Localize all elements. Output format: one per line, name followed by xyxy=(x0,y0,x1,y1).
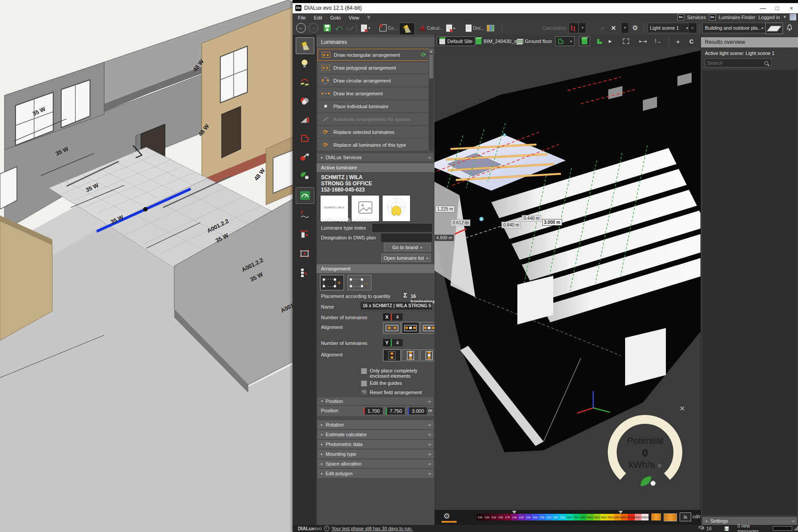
align-x-center-button[interactable] xyxy=(402,322,419,334)
arrangement-mode-spacing-button[interactable]: ↔ xyxy=(348,275,372,290)
colour-swatch[interactable] xyxy=(651,513,661,520)
pin-icon[interactable]: ⇥ xyxy=(427,452,431,457)
sidebar-lamp-tool[interactable] xyxy=(296,56,313,72)
cad-model-view[interactable] xyxy=(0,0,301,532)
save-button[interactable] xyxy=(324,23,331,33)
count-y-stepper[interactable]: Y 4 xyxy=(383,339,403,346)
scroll-up-icon[interactable]: ▲ xyxy=(429,49,434,54)
tool-item-circle-2[interactable]: Draw circular arrangement xyxy=(317,74,429,86)
menu-item-goto[interactable]: Goto xyxy=(326,14,345,21)
scale-max-handle[interactable] xyxy=(618,511,623,514)
pin-icon[interactable]: ⇥ xyxy=(427,462,431,466)
mode-select[interactable]: Building and outdoor pla...▾ xyxy=(702,23,766,33)
close-button[interactable]: × xyxy=(785,4,798,12)
view-preset-dropdown[interactable]: ▾ xyxy=(555,36,575,46)
confirm-check-button[interactable]: ✓ xyxy=(600,23,606,33)
undo-button[interactable]: ⤺ xyxy=(335,23,343,33)
menu-item-file[interactable]: File xyxy=(294,14,310,21)
sidebar-tools-tool[interactable] xyxy=(296,149,313,165)
more-views-button[interactable]: ▶ xyxy=(606,36,614,46)
tab-ground-floor[interactable]: Ground floor xyxy=(514,36,554,46)
trial-link[interactable]: Your test phase still has 30 days to run… xyxy=(332,526,413,531)
position-x-field[interactable]: 1.700 xyxy=(364,407,383,415)
pin-icon[interactable]: ⇥ xyxy=(427,422,431,427)
back-button[interactable]: ← xyxy=(296,23,306,33)
tool-item-replace-6[interactable]: ⟳Replace selected luminaires xyxy=(317,126,429,138)
reset-arrangement-button[interactable]: ⟲ xyxy=(360,388,368,396)
go-to-brand-button[interactable]: Go to brand▸ xyxy=(384,243,431,251)
viewport-3d[interactable]: Default Site BIM_240430_a Ground floor ▾ xyxy=(434,35,700,525)
section-estimate-calculator[interactable]: ▸Estimate calculator⇥ xyxy=(317,430,434,439)
tool-item-poly-1[interactable]: Draw polygonal arrangement xyxy=(317,62,429,74)
calculation-dropdown[interactable]: ▾ xyxy=(579,23,586,33)
messages-label[interactable]: 0 new messages xyxy=(737,523,771,532)
pan-button[interactable]: + xyxy=(674,36,682,46)
cancel-dropdown[interactable]: ▾ xyxy=(622,23,628,33)
pin-icon[interactable]: ⇥ xyxy=(427,399,431,404)
light-tool-button[interactable] xyxy=(399,23,415,35)
user-avatar[interactable] xyxy=(790,14,796,20)
section-mounting-type[interactable]: ▸Mounting type⇥ xyxy=(317,450,434,458)
view-3d-button[interactable] xyxy=(579,36,590,46)
section-edit-polygon[interactable]: ▸Edit polygon⇥ xyxy=(317,469,434,478)
tool-item-replace-7[interactable]: ⟳Replace all luminaires of this type xyxy=(317,139,429,151)
orbit-button[interactable]: C xyxy=(687,36,696,46)
luminaire-type-index-input[interactable] xyxy=(372,224,432,232)
align-y-center-button[interactable] xyxy=(402,349,419,361)
cancel-x-button[interactable]: ✕ xyxy=(611,23,616,33)
light-scene-select[interactable]: Light scene 1▾ xyxy=(647,23,691,33)
unit-cd-label[interactable]: cd/m² xyxy=(692,514,700,519)
table-view-button[interactable] xyxy=(487,23,494,33)
sidebar-frame-tool[interactable] xyxy=(296,246,313,262)
menu-item-edit[interactable]: Edit xyxy=(310,14,326,21)
minimize-button[interactable]: — xyxy=(756,4,770,12)
edit-document-button[interactable]: ▾ xyxy=(361,23,370,33)
position-section-header[interactable]: ▾ Position ⇥ xyxy=(317,397,434,405)
scale-min-handle[interactable] xyxy=(512,511,516,514)
menu-item-help[interactable]: ? xyxy=(363,14,374,21)
arrangement-name-input[interactable]: 16 x SCHMITZ | WILA STRONG 55 xyxy=(361,302,432,309)
notifications-bell-button[interactable] xyxy=(786,23,793,33)
dialux-services-section[interactable]: ▸ DIALux Services ⇥ xyxy=(317,153,434,161)
tools-scrollbar[interactable]: ▲ xyxy=(429,49,434,151)
scrollbar-thumb[interactable] xyxy=(429,55,433,78)
pin-icon[interactable]: ⇥ xyxy=(791,519,794,524)
menu-item-view[interactable]: View xyxy=(345,14,364,21)
visualisation-button[interactable] xyxy=(765,23,783,34)
save-status-icon[interactable] xyxy=(724,526,729,531)
luminaire-finder-link[interactable]: Luminaire Finder xyxy=(719,15,755,20)
position-y-field[interactable]: 7.750 xyxy=(386,407,405,415)
tab-default-site[interactable]: Default Site xyxy=(437,36,475,46)
sidebar-column-tool[interactable] xyxy=(296,226,313,242)
scale-settings-gear-icon[interactable]: ⚙ xyxy=(443,512,450,521)
gauge-menu-icon[interactable]: ≡ xyxy=(657,462,661,469)
measure-button[interactable]: ⇤⇥ xyxy=(637,36,648,46)
position-z-field[interactable]: 3.000 xyxy=(408,407,427,415)
sidebar-light-tool[interactable] xyxy=(296,37,314,54)
redo-button[interactable]: ⤻ xyxy=(346,23,354,33)
services-link[interactable]: Services xyxy=(687,15,706,20)
pin-icon[interactable]: ⇥ xyxy=(427,155,431,160)
pin-icon[interactable]: ⇥ xyxy=(427,471,431,476)
sidebar-calc-objects-tool[interactable] xyxy=(296,74,313,90)
section-rotation[interactable]: ▸Rotation⇥ xyxy=(317,420,434,429)
calculation-meter-icon[interactable] xyxy=(569,23,579,33)
pin-icon[interactable]: ⇥ xyxy=(427,432,431,437)
edit-guides-checkbox[interactable] xyxy=(361,380,367,387)
zoom-fit-button[interactable] xyxy=(621,36,631,46)
settings-gear-button[interactable]: ⚙ xyxy=(632,23,638,33)
view-plan-button[interactable] xyxy=(594,36,605,46)
search-input[interactable] xyxy=(705,60,764,66)
sidebar-room-tool[interactable] xyxy=(296,130,313,146)
refresh-icon[interactable]: ⟳ xyxy=(421,51,426,58)
export-button[interactable]: ▸ xyxy=(446,23,455,33)
pin-icon[interactable]: ⇥ xyxy=(427,442,431,447)
arrangement-mode-quantity-button[interactable]: + xyxy=(320,275,344,290)
documentation-button[interactable]: Doc... xyxy=(466,23,485,33)
scale-strip[interactable]: 0.100.200.300.500.751.002.003.005.007.50… xyxy=(477,514,649,520)
sidebar-text-tool[interactable]: T xyxy=(296,207,313,223)
light-scene-extra-button[interactable]: ▦ xyxy=(688,23,697,33)
colour-swatch-selected[interactable] xyxy=(664,513,677,521)
annotate-button[interactable]: !→ xyxy=(653,36,664,46)
align-x-edges-button[interactable] xyxy=(383,322,401,334)
